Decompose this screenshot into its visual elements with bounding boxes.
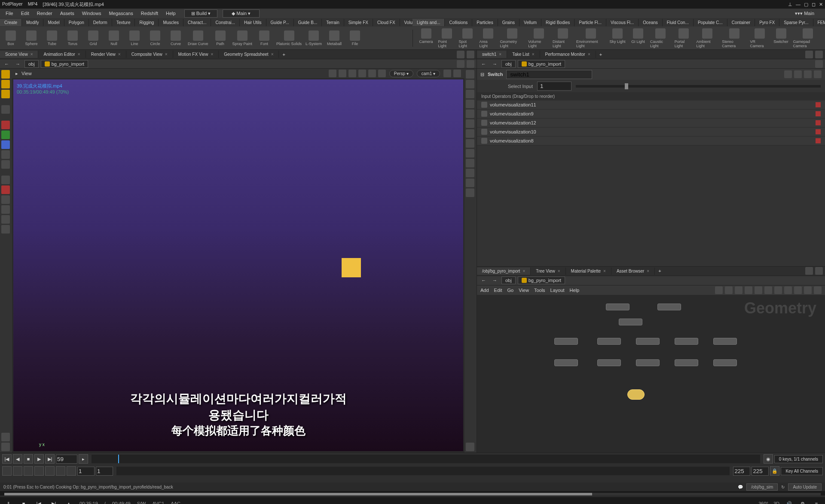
menu-icon[interactable] <box>481 111 487 117</box>
frame-input[interactable] <box>56 455 77 464</box>
tool-font[interactable]: Font <box>256 30 273 46</box>
view-tool-icon-3[interactable] <box>348 70 356 77</box>
tool-area-light[interactable]: Area Light <box>480 28 497 48</box>
player-pause-icon[interactable]: ‖ <box>4 499 13 504</box>
menu-assets[interactable]: Assets <box>57 10 78 17</box>
node-tool-icon-3[interactable] <box>735 286 742 294</box>
shelf-tab-populate[interactable]: Populate C... <box>694 19 727 26</box>
player-sw[interactable]: S/W <box>137 501 146 504</box>
graph-node[interactable] <box>554 359 578 366</box>
pane-fullscreen-icon[interactable] <box>457 51 464 58</box>
menu-megascans[interactable]: Megascans <box>105 10 136 17</box>
shelf-tab-lights[interactable]: Lights and... <box>412 19 445 26</box>
view-tool-icon-8[interactable] <box>453 70 461 77</box>
pane-fullscreen-r-icon[interactable] <box>805 51 813 58</box>
status-bubble-icon[interactable]: 💬 <box>738 485 743 489</box>
tool-geometry-light[interactable]: Geometry Light <box>500 28 525 48</box>
shelf-tab-texture[interactable]: Texture <box>112 19 135 26</box>
param-back-icon[interactable]: ← <box>479 61 488 67</box>
shelf-tab-hair[interactable]: Hair Utils <box>240 19 266 26</box>
desktop-selector[interactable]: ⊞ Build ▾ <box>184 9 218 18</box>
timeline-play-icon[interactable]: ▶ <box>34 454 44 464</box>
node-tool-icon-5[interactable] <box>755 286 762 294</box>
node-menu-edit[interactable]: Edit <box>494 288 502 293</box>
shelf-tab-fluidcon[interactable]: Fluid Con... <box>663 19 694 26</box>
persp-dropdown[interactable]: Persp ▾ <box>389 70 413 77</box>
tool-sky-light[interactable]: Sky Light <box>609 28 626 48</box>
app-name[interactable]: PotPlayer <box>2 1 23 8</box>
jump-icon[interactable] <box>467 60 474 68</box>
status-refresh-icon[interactable]: ↻ <box>781 485 785 489</box>
tool-platonic-solids[interactable]: Platonic Solids <box>276 30 302 46</box>
timeline-key-icon[interactable]: ▸ <box>79 454 88 464</box>
tab-take-list[interactable]: Take List× <box>507 51 540 58</box>
node-tool-icon-8[interactable] <box>784 286 792 294</box>
shelf-tab-fem[interactable]: FEM <box>813 19 825 26</box>
graph-node-switch[interactable] <box>627 389 645 400</box>
shelf-tab-guideb[interactable]: Guide B... <box>294 19 322 26</box>
view-tool-icon-2[interactable] <box>339 70 346 77</box>
tool-portal-light[interactable]: Portal Light <box>675 28 693 48</box>
magnet-icon[interactable] <box>1 185 10 194</box>
shelf-tab-sparse[interactable]: Sparse Pyr... <box>779 19 813 26</box>
display-opt-icon-13[interactable] <box>466 188 474 197</box>
range-end-a[interactable] <box>733 467 750 476</box>
view-tool-icon[interactable] <box>1 90 10 98</box>
tool-curve[interactable]: Curve <box>167 30 184 46</box>
display-opt-icon-3[interactable] <box>466 90 474 98</box>
pane-menu-icon[interactable] <box>467 51 474 58</box>
help-icon[interactable] <box>794 70 802 78</box>
tl-opt-icon-7[interactable] <box>67 466 76 476</box>
gear-icon[interactable] <box>784 70 792 78</box>
graph-node[interactable] <box>675 359 698 366</box>
param-path-node[interactable]: bg_pyro_import <box>518 60 565 68</box>
timeline-stop-icon[interactable]: ■ <box>24 454 33 464</box>
menu-file[interactable]: File <box>2 10 17 17</box>
tool-file[interactable]: File <box>346 30 364 46</box>
status-path[interactable]: /obj/bg_sim <box>746 483 778 491</box>
graph-node[interactable] <box>554 338 578 345</box>
tool-vr-camera[interactable]: VR Camera <box>750 28 769 48</box>
view-tool-icon-4[interactable] <box>358 70 366 77</box>
render-region-icon[interactable] <box>1 205 10 214</box>
tl-opt-icon-5[interactable] <box>45 466 55 476</box>
tool-spray-paint[interactable]: Spray Paint <box>232 30 253 46</box>
path-back-icon[interactable]: ← <box>2 61 11 67</box>
tool-stereo-camera[interactable]: Stereo Camera <box>722 28 746 48</box>
tab-plus-left[interactable]: + <box>279 51 288 58</box>
player-seek-bar[interactable] <box>4 493 821 495</box>
delete-icon[interactable] <box>816 138 821 143</box>
graph-node[interactable] <box>619 319 642 325</box>
node-menu-tools[interactable]: Tools <box>534 288 545 293</box>
tool-gamepad-camera[interactable]: Gamepad Camera <box>793 28 823 48</box>
display-opt-icon-1[interactable] <box>466 70 474 79</box>
shelf-tab-vellum[interactable]: Vellum <box>519 19 541 26</box>
menu-icon[interactable] <box>481 102 487 108</box>
input-operator-row[interactable]: volumevisualization9 <box>477 109 825 118</box>
player-360[interactable]: 360° <box>758 501 768 504</box>
tool-l-system[interactable]: L-System <box>305 30 322 46</box>
shelf-tab-oceans[interactable]: Oceans <box>639 19 662 26</box>
input-operator-row[interactable]: volumevisualization11 <box>477 100 825 109</box>
player-3d[interactable]: 3D <box>773 501 779 504</box>
node-menu-layout[interactable]: Layout <box>550 288 565 293</box>
node-menu-view[interactable]: View <box>519 288 529 293</box>
player-avc[interactable]: AVC1 <box>153 501 165 504</box>
player-settings-icon[interactable]: ⚙ <box>798 499 807 504</box>
timeline-next-icon[interactable]: ▶| <box>45 454 55 464</box>
shelf-tab-modify[interactable]: Modify <box>22 19 43 26</box>
tool-volume-light[interactable]: Volume Light <box>528 28 549 48</box>
tab-render-view[interactable]: Render View× <box>86 51 126 58</box>
node-fwd-icon[interactable]: → <box>490 278 499 283</box>
flipbook-icon[interactable] <box>1 215 10 224</box>
shelf-tab-create[interactable]: Create <box>0 19 22 26</box>
timeline-first-icon[interactable]: |◀ <box>2 454 12 464</box>
select-input-slider[interactable] <box>576 85 821 88</box>
tab-parameters[interactable]: switch1× <box>477 51 507 58</box>
node-back-icon[interactable]: ← <box>479 278 488 283</box>
tab-animation-editor[interactable]: Animation Editor× <box>38 51 86 58</box>
display-opt-icon-7[interactable] <box>466 129 474 138</box>
node-help-icon[interactable] <box>814 286 822 294</box>
shelf-tab-character[interactable]: Charact... <box>183 19 211 26</box>
tool-null[interactable]: Null <box>105 30 122 46</box>
